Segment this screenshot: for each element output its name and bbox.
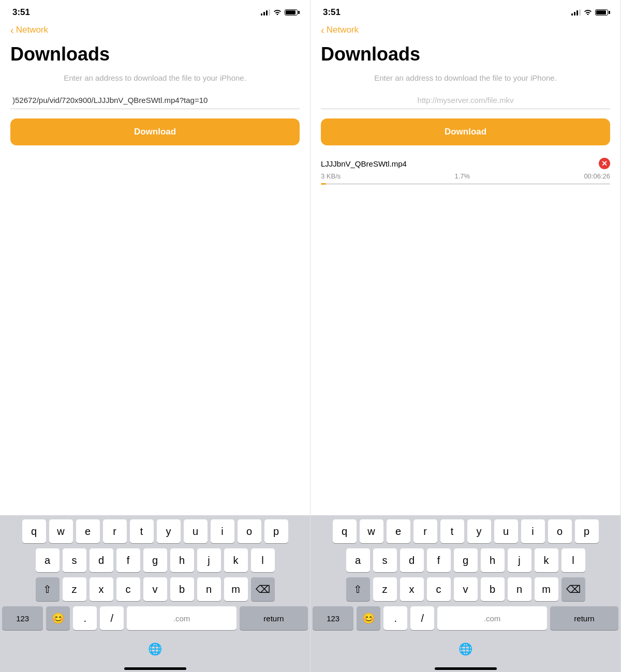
key-v-left[interactable]: v: [143, 577, 167, 601]
left-panel: 3:51 ‹ Network Downloads Enter an addres…: [0, 0, 310, 672]
key-k-left[interactable]: k: [224, 548, 248, 572]
key-g-right[interactable]: g: [454, 548, 478, 572]
keyboard-left: q w e r t y u i o p a s d f g h j k l ⇧ …: [0, 515, 310, 672]
key-q-left[interactable]: q: [22, 519, 46, 543]
key-return-right[interactable]: return: [550, 606, 618, 630]
key-n-left[interactable]: n: [197, 577, 221, 601]
key-row-4-left: 123 😊 . / .com return: [2, 606, 308, 630]
key-h-left[interactable]: h: [170, 548, 194, 572]
key-t-right[interactable]: t: [440, 519, 464, 543]
key-dotcom-right[interactable]: .com: [437, 606, 547, 630]
key-s-right[interactable]: s: [373, 548, 397, 572]
download-button-left[interactable]: Download: [10, 118, 300, 145]
globe-key-right[interactable]: 🌐: [454, 637, 478, 661]
keyboard-right: q w e r t y u i o p a s d f g h j k l ⇧ …: [310, 515, 620, 672]
key-z-left[interactable]: z: [63, 577, 86, 601]
key-m-right[interactable]: m: [535, 577, 558, 601]
key-period-right[interactable]: .: [383, 606, 407, 630]
key-n-right[interactable]: n: [508, 577, 531, 601]
key-t-left[interactable]: t: [130, 519, 154, 543]
key-e-right[interactable]: e: [387, 519, 410, 543]
key-d-left[interactable]: d: [90, 548, 113, 572]
key-j-left[interactable]: j: [197, 548, 221, 572]
key-c-left[interactable]: c: [116, 577, 140, 601]
url-input-left[interactable]: [10, 92, 300, 109]
subtitle-right: Enter an address to download the file to…: [321, 73, 610, 82]
battery-icon-right: [595, 9, 608, 16]
key-d-right[interactable]: d: [400, 548, 424, 572]
key-slash-left[interactable]: /: [100, 606, 124, 630]
key-l-left[interactable]: l: [251, 548, 275, 572]
key-dotcom-left[interactable]: .com: [127, 606, 236, 630]
key-row-3-left: ⇧ z x c v b n m ⌫: [2, 577, 308, 601]
key-o-left[interactable]: o: [238, 519, 261, 543]
cancel-download-button[interactable]: ✕: [599, 158, 610, 169]
key-e-left[interactable]: e: [76, 519, 100, 543]
keyboard-bottom-left: 🌐: [2, 635, 308, 665]
key-x-left[interactable]: x: [90, 577, 113, 601]
key-g-left[interactable]: g: [143, 548, 167, 572]
key-i-left[interactable]: i: [211, 519, 234, 543]
key-w-left[interactable]: w: [49, 519, 73, 543]
key-y-right[interactable]: y: [467, 519, 491, 543]
key-f-right[interactable]: f: [427, 548, 451, 572]
wifi-icon-left: [273, 9, 282, 17]
nav-bar-right: ‹ Network: [310, 23, 620, 39]
key-h-right[interactable]: h: [481, 548, 505, 572]
shift-key-right[interactable]: ⇧: [346, 577, 370, 601]
download-speed: 3 KB/s: [321, 172, 341, 180]
key-f-left[interactable]: f: [116, 548, 140, 572]
url-input-right[interactable]: [321, 92, 610, 109]
key-emoji-right[interactable]: 😊: [357, 606, 380, 630]
key-r-left[interactable]: r: [103, 519, 127, 543]
key-row-3-right: ⇧ z x c v b n m ⌫: [313, 577, 618, 601]
key-w-right[interactable]: w: [360, 519, 383, 543]
key-j-right[interactable]: j: [508, 548, 531, 572]
back-button-left[interactable]: ‹ Network: [10, 25, 300, 35]
key-emoji-left[interactable]: 😊: [46, 606, 70, 630]
key-v-right[interactable]: v: [454, 577, 478, 601]
download-stats: 3 KB/s 1.7% 00:06:26: [321, 172, 610, 180]
globe-key-left[interactable]: 🌐: [143, 637, 167, 661]
key-y-left[interactable]: y: [157, 519, 181, 543]
key-u-left[interactable]: u: [184, 519, 208, 543]
key-123-left[interactable]: 123: [2, 606, 43, 630]
key-a-right[interactable]: a: [346, 548, 370, 572]
key-o-right[interactable]: o: [548, 519, 572, 543]
signal-icon-left: [261, 9, 270, 16]
key-return-left[interactable]: return: [240, 606, 308, 630]
status-time-right: 3:51: [323, 7, 341, 18]
key-x-right[interactable]: x: [400, 577, 424, 601]
key-m-left[interactable]: m: [224, 577, 248, 601]
status-time-left: 3:51: [12, 7, 30, 18]
key-k-right[interactable]: k: [535, 548, 558, 572]
key-b-right[interactable]: b: [481, 577, 505, 601]
key-a-left[interactable]: a: [36, 548, 60, 572]
backspace-key-left[interactable]: ⌫: [251, 577, 275, 601]
keyboard-bottom-right: 🌐: [313, 635, 618, 665]
backspace-key-right[interactable]: ⌫: [561, 577, 585, 601]
wifi-icon-right: [584, 9, 592, 17]
key-l-right[interactable]: l: [561, 548, 585, 572]
key-u-right[interactable]: u: [494, 519, 518, 543]
home-indicator-right: [435, 667, 497, 670]
shift-key-left[interactable]: ⇧: [36, 577, 60, 601]
key-period-left[interactable]: .: [73, 606, 97, 630]
download-time-remaining: 00:06:26: [584, 172, 610, 180]
key-slash-right[interactable]: /: [410, 606, 434, 630]
key-c-right[interactable]: c: [427, 577, 451, 601]
key-row-2-left: a s d f g h j k l: [2, 548, 308, 572]
key-123-right[interactable]: 123: [313, 606, 353, 630]
download-percent: 1.7%: [455, 172, 470, 180]
key-z-right[interactable]: z: [373, 577, 397, 601]
key-p-right[interactable]: p: [575, 519, 599, 543]
key-i-right[interactable]: i: [521, 519, 545, 543]
key-q-right[interactable]: q: [333, 519, 357, 543]
back-button-right[interactable]: ‹ Network: [321, 25, 610, 35]
status-bar-right: 3:51: [310, 0, 620, 23]
key-b-left[interactable]: b: [170, 577, 194, 601]
key-s-left[interactable]: s: [63, 548, 86, 572]
download-button-right[interactable]: Download: [321, 118, 610, 145]
key-p-left[interactable]: p: [264, 519, 288, 543]
key-r-right[interactable]: r: [413, 519, 437, 543]
